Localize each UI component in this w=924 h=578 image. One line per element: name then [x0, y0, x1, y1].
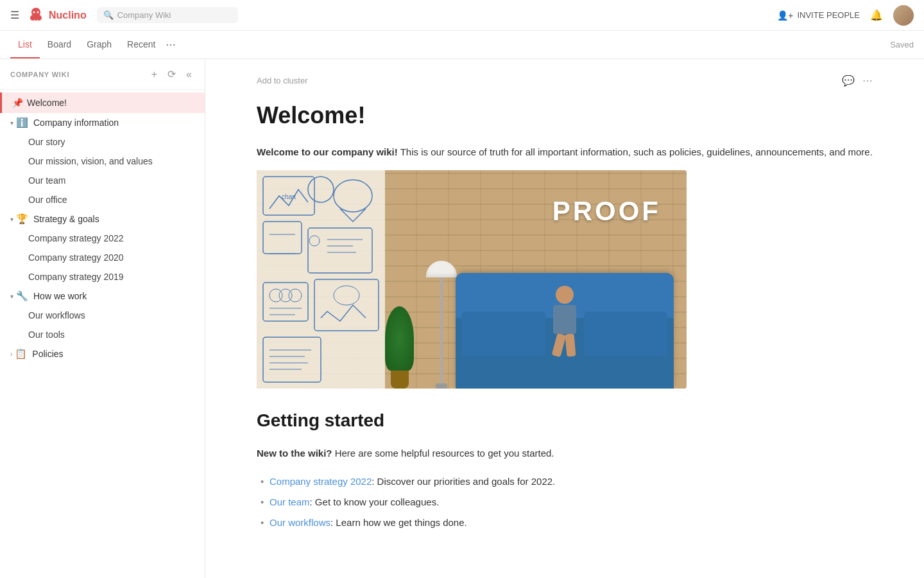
list-item: Our team: Get to know your colleagues. — [257, 492, 873, 512]
content-toolbar: Add to cluster 💬 ⋯ — [257, 74, 873, 87]
tab-more-icon[interactable]: ⋯ — [166, 39, 176, 51]
svg-rect-5 — [263, 222, 302, 254]
pin-icon: 📌 — [12, 98, 23, 108]
wall-drawings-svg: chart — [257, 170, 385, 389]
user-avatar[interactable] — [893, 5, 914, 26]
sidebar-header: COMPANY WIKI + ⟳ « — [0, 59, 205, 90]
more-options-button[interactable]: ⋯ — [862, 74, 873, 87]
page-title: Welcome! — [257, 102, 873, 129]
wrench-icon: 🔧 — [16, 290, 28, 302]
sidebar-section-strategy-goals[interactable]: ▾ 🏆 Strategy & goals — [0, 209, 205, 229]
tab-list[interactable]: List — [10, 31, 40, 58]
search-placeholder: Company Wiki — [117, 10, 171, 20]
svg-point-16 — [289, 289, 302, 302]
wall-art-panel: chart — [257, 170, 385, 389]
tab-recent[interactable]: Recent — [119, 31, 163, 58]
tab-bar: List Board Graph Recent ⋯ Saved — [0, 31, 924, 59]
sidebar: COMPANY WIKI + ⟳ « 📌 Welcome! ▾ ℹ️ Compa… — [0, 59, 205, 578]
floor-lamp — [424, 261, 459, 389]
search-icon: 🔍 — [103, 10, 114, 20]
sidebar-item-strategy-2019[interactable]: Company strategy 2019 — [0, 267, 205, 286]
invite-icon: 👤+ — [777, 10, 793, 21]
tab-board[interactable]: Board — [40, 31, 79, 58]
chevron-down-icon: ▾ — [10, 293, 13, 300]
content-body: Welcome to our company wiki! This is our… — [257, 144, 873, 533]
collapse-sidebar-button[interactable]: « — [184, 67, 194, 82]
link-strategy-2022[interactable]: Company strategy 2022 — [270, 476, 372, 487]
chevron-right-icon: › — [10, 351, 12, 358]
sidebar-item-our-tools[interactable]: Our tools — [0, 325, 205, 344]
svg-point-21 — [334, 286, 359, 305]
office-image: chart — [257, 170, 687, 389]
brain-icon — [27, 6, 45, 24]
app-name: Nuclino — [49, 10, 87, 21]
top-nav-right: 👤+ INVITE PEOPLE 🔔 — [777, 5, 914, 26]
trophy-icon: 🏆 — [16, 213, 28, 225]
sidebar-section-company-information[interactable]: ▾ ℹ️ Company information — [0, 113, 205, 132]
sidebar-item-welcome[interactable]: 📌 Welcome! — [0, 92, 205, 113]
sidebar-item-our-office[interactable]: Our office — [0, 190, 205, 209]
tab-graph[interactable]: Graph — [79, 31, 119, 58]
svg-point-1 — [37, 11, 39, 13]
new-to-wiki-bold: New to the wiki? — [257, 448, 332, 459]
content-actions: 💬 ⋯ — [842, 74, 873, 87]
sidebar-section-policies[interactable]: › 📋 Policies — [0, 344, 205, 363]
sidebar-list: 📌 Welcome! ▾ ℹ️ Company information Our … — [0, 90, 205, 578]
add-item-button[interactable]: + — [149, 67, 160, 82]
sidebar-item-our-mission[interactable]: Our mission, vision, and values — [0, 152, 205, 171]
couch-area — [456, 263, 674, 389]
bullet-rest-text: : Discover our priorities and goals for … — [372, 476, 555, 487]
section-label: Company information — [33, 118, 184, 128]
sidebar-section-how-we-work[interactable]: ▾ 🔧 How we work — [0, 286, 205, 306]
sidebar-item-our-story[interactable]: Our story — [0, 132, 205, 152]
logo-area[interactable]: Nuclino — [27, 6, 87, 24]
info-icon: ℹ️ — [16, 117, 28, 128]
comments-button[interactable]: 💬 — [842, 74, 855, 87]
chevron-down-icon: ▾ — [10, 216, 13, 223]
new-to-wiki-paragraph: New to the wiki? Here are some helpful r… — [257, 446, 873, 461]
svg-point-8 — [334, 180, 372, 212]
section-label: Policies — [32, 349, 184, 359]
add-to-cluster-button[interactable]: Add to cluster — [257, 76, 308, 85]
invite-people-button[interactable]: 👤+ INVITE PEOPLE — [777, 10, 860, 21]
intro-text: This is our source of truth for all impo… — [398, 146, 873, 157]
sidebar-item-our-workflows[interactable]: Our workflows — [0, 306, 205, 325]
bullet-rest-text: : Learn how we get things done. — [330, 517, 467, 528]
avatar-image — [893, 5, 914, 26]
sidebar-actions: + ⟳ « — [149, 67, 194, 82]
getting-started-title: Getting started — [257, 407, 873, 435]
sidebar-title: COMPANY WIKI — [10, 71, 149, 78]
list-item: Company strategy 2022: Discover our prio… — [257, 471, 873, 492]
sidebar-item-label: Welcome! — [27, 98, 194, 108]
content-area: Add to cluster 💬 ⋯ Welcome! Welcome to o… — [205, 59, 924, 578]
top-navigation: ☰ Nuclino 🔍 Company Wiki 👤+ INVITE PEOPL… — [0, 0, 924, 31]
svg-point-10 — [309, 236, 320, 246]
svg-point-0 — [33, 11, 35, 13]
chevron-down-icon: ▾ — [10, 119, 13, 127]
svg-rect-22 — [263, 337, 321, 382]
saved-label: Saved — [890, 40, 914, 49]
sidebar-item-our-team[interactable]: Our team — [0, 171, 205, 190]
hamburger-icon[interactable]: ☰ — [10, 9, 19, 21]
sidebar-item-strategy-2020[interactable]: Company strategy 2020 — [0, 248, 205, 267]
search-bar[interactable]: 🔍 Company Wiki — [97, 7, 238, 23]
svg-point-4 — [308, 177, 334, 202]
link-our-team[interactable]: Our team — [270, 496, 310, 507]
section-label: How we work — [33, 291, 184, 301]
clipboard-icon: 📋 — [15, 348, 27, 360]
plant — [382, 306, 417, 389]
link-our-workflows[interactable]: Our workflows — [270, 517, 330, 528]
intro-paragraph: Welcome to our company wiki! This is our… — [257, 144, 873, 160]
intro-bold: Welcome to our company wiki! — [257, 146, 398, 157]
bullet-rest-text: : Get to know your colleagues. — [310, 496, 440, 507]
list-item: Our workflows: Learn how we get things d… — [257, 512, 873, 533]
getting-started-list: Company strategy 2022: Discover our prio… — [257, 471, 873, 533]
proof-sign: PROOF — [552, 189, 661, 232]
invite-label: INVITE PEOPLE — [797, 10, 860, 20]
sidebar-item-strategy-2022[interactable]: Company strategy 2022 — [0, 229, 205, 248]
svg-point-17 — [270, 289, 282, 302]
svg-rect-9 — [308, 228, 372, 273]
svg-point-15 — [279, 289, 292, 302]
refresh-button[interactable]: ⟳ — [165, 67, 178, 82]
notification-bell-icon[interactable]: 🔔 — [870, 9, 883, 21]
